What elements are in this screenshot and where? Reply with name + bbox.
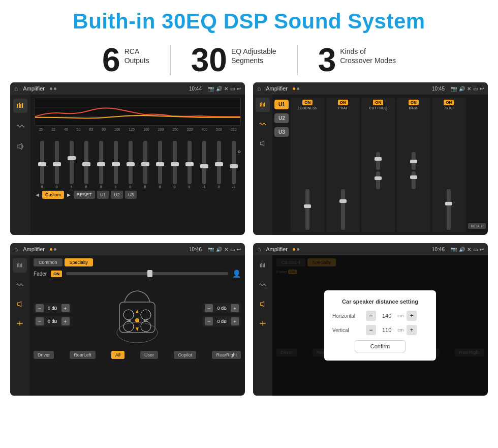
screen1-title: Amplifier bbox=[23, 85, 45, 92]
eq-u1-button[interactable]: U1 bbox=[97, 191, 109, 199]
svg-marker-28 bbox=[136, 310, 139, 313]
status-dots-2 bbox=[293, 87, 299, 90]
back-icon-1[interactable]: ↩ bbox=[237, 86, 241, 92]
page-title: Buith-in 30EQ DSP Sound System bbox=[0, 9, 498, 34]
fader-thumb[interactable] bbox=[147, 270, 152, 277]
copilot-button[interactable]: Copilot bbox=[174, 351, 196, 359]
home-icon-4[interactable]: ⌂ bbox=[257, 246, 261, 253]
wave-icon-4[interactable] bbox=[256, 278, 270, 292]
u3-select-button[interactable]: U3 bbox=[274, 127, 289, 137]
home-icon-2[interactable]: ⌂ bbox=[257, 85, 261, 92]
fader-slider[interactable] bbox=[66, 272, 228, 275]
fader-icon: 👤 bbox=[232, 270, 241, 278]
rear-left-button[interactable]: RearLeft bbox=[70, 351, 96, 359]
speaker-icon-4[interactable] bbox=[256, 297, 270, 311]
eq-icon-2[interactable] bbox=[256, 98, 270, 112]
eq-slider-col-11[interactable]: 0 bbox=[188, 141, 192, 189]
speaker-icon-3[interactable] bbox=[13, 297, 27, 311]
u1-select-button[interactable]: U1 bbox=[274, 100, 289, 109]
fader-on-button[interactable]: ON bbox=[51, 271, 62, 277]
home-icon-1[interactable]: ⌂ bbox=[14, 85, 18, 92]
eq-slider-col-2[interactable]: 0 bbox=[55, 141, 59, 189]
db-minus-3[interactable]: − bbox=[205, 304, 213, 312]
eq-slider-col-12[interactable]: -1 bbox=[202, 141, 206, 189]
rear-right-button[interactable]: RearRight bbox=[212, 351, 241, 359]
eq-slider-col-7[interactable]: 0 bbox=[129, 141, 133, 189]
eq-icon-1[interactable] bbox=[13, 99, 27, 113]
db-minus-1[interactable]: − bbox=[36, 304, 44, 312]
vertical-label: Vertical bbox=[332, 327, 363, 333]
vertical-minus-button[interactable]: − bbox=[366, 325, 376, 335]
speaker-icon-2[interactable] bbox=[256, 136, 270, 151]
status-bar-3: ⌂ Amplifier 10:46 📷 🔊 ✕ ▭ ↩ bbox=[10, 243, 245, 255]
db-value-4: 0 dB bbox=[215, 319, 229, 324]
screen4-title: Amplifier bbox=[266, 246, 288, 252]
stat-label-eq: EQ Adjustable Segments bbox=[231, 44, 276, 65]
eq-u3-button[interactable]: U3 bbox=[125, 191, 137, 199]
stat-number-6: 6 bbox=[102, 44, 120, 76]
eq-icon-4[interactable] bbox=[256, 258, 270, 273]
eq-mode-button[interactable]: Custom bbox=[42, 191, 64, 199]
back-icon-2[interactable]: ↩ bbox=[480, 86, 484, 92]
arrows-icon-3[interactable] bbox=[13, 316, 27, 331]
eq-slider-col-8[interactable]: 0 bbox=[143, 141, 147, 189]
bass-on-btn[interactable]: ON bbox=[409, 100, 419, 105]
status-bar-4: ⌂ Amplifier 10:46 📷 🔊 ✕ ▭ ↩ bbox=[253, 243, 488, 255]
eq-icon-3[interactable] bbox=[13, 258, 27, 273]
back-icon-4[interactable]: ↩ bbox=[480, 247, 484, 252]
home-icon-3[interactable]: ⌂ bbox=[14, 246, 18, 253]
screen-eq: ⌂ Amplifier 10:44 📷 🔊 ✕ ▭ ↩ bbox=[10, 82, 245, 235]
eq-play-button[interactable]: ► bbox=[66, 191, 72, 199]
tab-common[interactable]: Common bbox=[34, 258, 63, 266]
svg-rect-14 bbox=[17, 264, 18, 267]
driver-button[interactable]: Driver bbox=[34, 351, 54, 359]
db-plus-2[interactable]: + bbox=[61, 317, 70, 325]
eq-slider-col-5[interactable]: 0 bbox=[99, 141, 103, 189]
back-icon-3[interactable]: ↩ bbox=[237, 247, 241, 252]
db-minus-4[interactable]: − bbox=[205, 317, 213, 325]
eq-slider-col-3[interactable]: 5 bbox=[70, 141, 74, 189]
modal-vertical-row: Vertical − 110 cm + bbox=[332, 325, 428, 335]
status-bar-1: ⌂ Amplifier 10:44 📷 🔊 ✕ ▭ ↩ bbox=[10, 82, 245, 95]
eq-slider-col-13[interactable]: 0 bbox=[217, 141, 221, 189]
u2-select-button[interactable]: U2 bbox=[274, 113, 289, 123]
db-minus-2[interactable]: − bbox=[36, 317, 44, 325]
eq-prev-button[interactable]: ◄ bbox=[35, 191, 40, 199]
db-plus-3[interactable]: + bbox=[231, 304, 239, 312]
phat-on-btn[interactable]: ON bbox=[338, 100, 348, 105]
eq-slider-col-6[interactable]: 0 bbox=[114, 141, 118, 189]
svg-marker-37 bbox=[260, 322, 261, 324]
loudness-on-btn[interactable]: ON bbox=[302, 100, 313, 105]
stat-number-30: 30 bbox=[191, 44, 227, 76]
wave-icon-1[interactable] bbox=[13, 119, 27, 133]
confirm-button[interactable]: Confirm bbox=[355, 340, 406, 352]
all-button[interactable]: All bbox=[111, 351, 124, 359]
eq-reset-button[interactable]: RESET bbox=[74, 191, 95, 199]
sub-on-btn[interactable]: ON bbox=[444, 100, 454, 105]
db-plus-1[interactable]: + bbox=[61, 304, 70, 312]
eq-sliders: » 0 0 5 0 0 0 0 0 0 0 0 -1 0 -1 bbox=[35, 133, 241, 189]
eq-u2-button[interactable]: U2 bbox=[111, 191, 123, 199]
tab-specialty[interactable]: Specialty bbox=[65, 258, 94, 266]
db-plus-4[interactable]: + bbox=[231, 317, 239, 325]
cutfreq-on-btn[interactable]: ON bbox=[373, 100, 383, 105]
user-button[interactable]: User bbox=[140, 351, 158, 359]
db-value-2: 0 dB bbox=[46, 319, 59, 324]
speaker-icon-1[interactable] bbox=[13, 139, 27, 154]
modal-box: Car speaker distance setting Horizontal … bbox=[324, 290, 436, 361]
eq-slider-col-9[interactable]: 0 bbox=[158, 141, 162, 189]
vertical-plus-button[interactable]: + bbox=[407, 325, 417, 335]
db-value-3: 0 dB bbox=[215, 306, 229, 311]
wave-icon-2[interactable] bbox=[256, 117, 270, 131]
crossover-reset-button[interactable]: RESET bbox=[468, 223, 486, 229]
eq-slider-col-4[interactable]: 0 bbox=[84, 141, 88, 189]
car-diagram-area: − 0 dB + − 0 dB + bbox=[34, 282, 241, 348]
horizontal-plus-button[interactable]: + bbox=[407, 311, 417, 321]
eq-slider-col-1[interactable]: 0 bbox=[40, 141, 44, 189]
horizontal-minus-button[interactable]: − bbox=[366, 311, 376, 321]
arrows-icon-4[interactable] bbox=[256, 316, 270, 331]
wave-icon-3[interactable] bbox=[13, 278, 27, 292]
eq-slider-col-14[interactable]: -1 bbox=[232, 141, 236, 189]
svg-rect-0 bbox=[17, 104, 18, 108]
eq-slider-col-10[interactable]: 0 bbox=[173, 141, 177, 189]
